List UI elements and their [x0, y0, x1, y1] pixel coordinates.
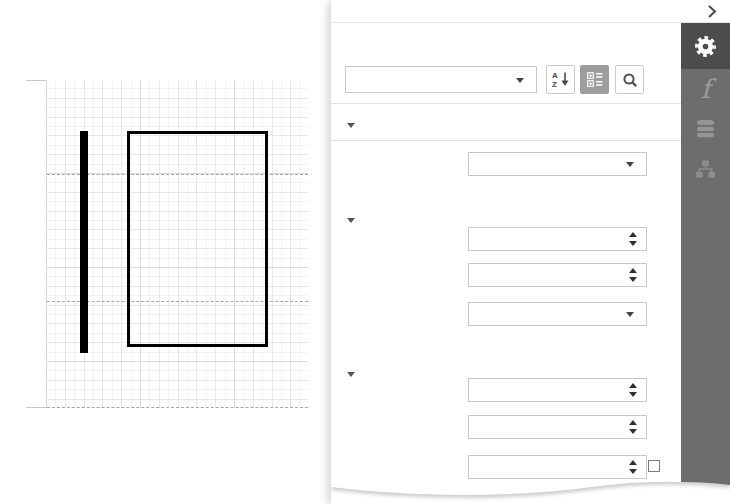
sidebar-item-expressions[interactable]: f: [681, 69, 730, 109]
cross-band-box-selected[interactable]: [127, 131, 268, 347]
sort-alphabetical-button[interactable]: A Z: [546, 65, 575, 94]
spin-up-icon[interactable]: [629, 383, 637, 388]
field-start-x: [331, 227, 681, 251]
field-width: [331, 455, 681, 479]
field-end-band: [331, 302, 681, 326]
svg-text:Z: Z: [552, 80, 557, 88]
collapse-triangle-icon: [347, 123, 355, 128]
field-start-band: [331, 152, 681, 176]
end-x-input[interactable]: [468, 378, 647, 402]
spin-down-icon[interactable]: [629, 277, 637, 282]
expression-f-icon: f: [701, 76, 711, 102]
sidebar-item-properties[interactable]: [681, 23, 730, 69]
gear-icon: [694, 35, 717, 58]
separator: [331, 140, 681, 141]
chevron-down-icon: [626, 162, 634, 167]
vertical-ruler: [26, 80, 47, 408]
page-bottom-dashed: [47, 407, 308, 408]
collapse-triangle-icon: [347, 372, 355, 377]
sidebar-item-data-sources[interactable]: [681, 109, 730, 149]
chevron-down-icon: [516, 78, 524, 83]
designer-sidebar: f: [681, 23, 730, 504]
panel-content: A Z: [331, 23, 681, 504]
start-band-dropdown[interactable]: [468, 152, 647, 176]
end-band-dropdown[interactable]: [468, 302, 647, 326]
chevron-down-icon: [626, 312, 634, 317]
cross-band-line[interactable]: [80, 131, 88, 353]
start-x-input[interactable]: [468, 227, 647, 251]
panel-top-strip: [331, 0, 730, 23]
report-structure-icon: [695, 160, 716, 179]
sidebar-item-report-structure[interactable]: [681, 149, 730, 189]
field-end-y: [331, 415, 681, 439]
separator: [331, 103, 681, 104]
start-y-input[interactable]: [468, 263, 647, 287]
properties-panel: f A Z: [331, 0, 730, 504]
design-grid[interactable]: [47, 80, 308, 408]
chevron-right-icon: [704, 4, 720, 19]
section-start-point[interactable]: [347, 213, 364, 227]
spin-up-icon[interactable]: [629, 460, 637, 465]
search-button[interactable]: [615, 65, 644, 94]
band-strip: [0, 80, 26, 408]
report-design-surface[interactable]: [0, 80, 308, 408]
collapse-triangle-icon: [347, 218, 355, 223]
section-layout[interactable]: [347, 118, 364, 132]
spin-down-icon[interactable]: [629, 469, 637, 474]
spin-down-icon[interactable]: [629, 241, 637, 246]
spin-up-icon[interactable]: [629, 420, 637, 425]
field-start-y: [331, 263, 681, 287]
object-selector-dropdown[interactable]: [345, 66, 537, 93]
sort-az-icon: A Z: [552, 71, 570, 88]
spin-up-icon[interactable]: [629, 268, 637, 273]
width-checkbox[interactable]: [648, 460, 660, 472]
spin-up-icon[interactable]: [629, 232, 637, 237]
width-input[interactable]: [468, 455, 647, 479]
collapse-panel-button[interactable]: [704, 4, 720, 19]
end-y-input[interactable]: [468, 415, 647, 439]
category-view-icon: [587, 72, 603, 87]
data-source-icon: [695, 119, 716, 139]
spin-down-icon[interactable]: [629, 429, 637, 434]
field-end-x: [331, 378, 681, 402]
search-icon: [622, 72, 638, 88]
category-view-button[interactable]: [580, 65, 609, 94]
svg-text:A: A: [552, 71, 558, 80]
spin-down-icon[interactable]: [629, 392, 637, 397]
